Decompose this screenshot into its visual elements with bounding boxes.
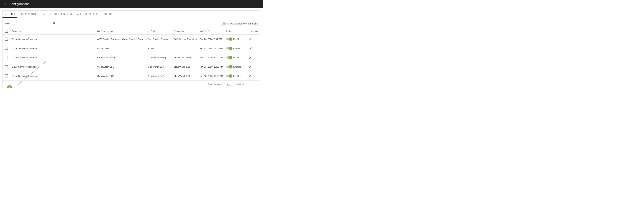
more-actions-button[interactable] [254, 46, 258, 50]
svg-point-13 [256, 76, 256, 76]
more-vert-icon [254, 74, 258, 78]
plus-icon [8, 86, 11, 88]
page-title: Configurations [10, 2, 29, 6]
edit-button[interactable] [249, 65, 252, 68]
svg-point-4 [256, 48, 256, 48]
more-actions-button[interactable] [254, 56, 258, 59]
column-mlpack[interactable]: MLPack [148, 30, 174, 32]
row-checkbox[interactable] [5, 56, 8, 59]
column-configuration-name-label: Configuration Name [97, 30, 115, 32]
more-actions-button[interactable] [254, 38, 258, 41]
search-icon[interactable] [52, 22, 56, 25]
status-toggle[interactable] [226, 47, 232, 50]
svg-point-11 [256, 68, 256, 68]
cell-mlpack: Aws Service Endpoints [148, 38, 174, 40]
cell-mlpack: Cloudwatch Ebs [148, 66, 174, 68]
edit-button[interactable] [249, 46, 252, 50]
cell-description: AWS Service Endpoints [174, 38, 200, 40]
edit-button[interactable] [249, 38, 252, 41]
edit-button[interactable] [249, 74, 252, 78]
status-label: Enabled [233, 66, 241, 68]
table-row: Cloud-Services-Connector CloudWatch Bill… [2, 53, 260, 62]
table-row: Cloud-Services-Connector Azure Collect A… [2, 44, 260, 53]
pencil-icon [249, 47, 252, 50]
status-label: Enabled [233, 75, 241, 77]
column-collectors[interactable]: Collectors [12, 30, 97, 32]
main-panel: METRICS LOGS/EVENTS APM ALERT DEFINITION… [2, 10, 260, 88]
cell-description: CloudWatch EBS [174, 66, 200, 68]
table-row: Cloud-Services-Connector AWS Service End… [2, 34, 260, 44]
column-configuration-name[interactable]: Configuration Name [97, 30, 148, 32]
svg-point-8 [256, 58, 256, 59]
cell-collectors: Cloud-Services-Connector [12, 47, 97, 50]
toolbar: Show disabled configurations [2, 18, 260, 28]
select-all-checkbox[interactable] [5, 30, 8, 33]
search-field [5, 21, 56, 26]
svg-point-14 [256, 76, 256, 77]
svg-point-9 [256, 66, 256, 66]
row-checkbox[interactable] [5, 65, 8, 68]
svg-point-3 [256, 47, 256, 48]
close-button[interactable] [2, 1, 8, 7]
more-vert-icon [254, 56, 258, 59]
status-toggle[interactable] [226, 38, 232, 40]
cell-modified: Jan 25, 2021, 10:21 AM [200, 47, 226, 50]
chevron-right-icon [254, 82, 258, 86]
row-checkbox[interactable] [5, 38, 8, 40]
status-toggle[interactable] [226, 56, 232, 59]
pagination: Rows per page: 5 1-5 of 24 [2, 80, 260, 88]
cell-collectors: Cloud-Services-Connector [12, 56, 97, 59]
column-modified[interactable]: Modified At [200, 30, 226, 32]
svg-point-6 [256, 56, 256, 57]
show-disabled-label: Show disabled configurations [227, 22, 258, 25]
cell-mlpack: Cloudwatch Ec2 [148, 75, 174, 77]
svg-point-10 [256, 66, 256, 67]
edit-button[interactable] [249, 56, 252, 59]
app-header: Configurations [0, 0, 263, 8]
table-row: Cloud-Services-Connector CloudWatch EBS … [2, 62, 260, 72]
svg-point-2 [256, 40, 256, 40]
column-description[interactable]: Description [174, 30, 200, 32]
svg-point-12 [256, 75, 256, 75]
status-toggle[interactable] [226, 75, 232, 77]
more-actions-button[interactable] [254, 74, 258, 78]
cell-collectors: Cloud-Services-Connector [12, 38, 97, 40]
tab-metrics[interactable]: METRICS [2, 10, 18, 18]
tab-apm[interactable]: APM [38, 10, 48, 18]
table-header: Collectors Configuration Name MLPack Des… [2, 28, 260, 34]
pencil-icon [249, 38, 252, 40]
status-label: Enabled [233, 47, 241, 50]
rows-per-page-label: Rows per page: [208, 83, 222, 86]
table-row: Cloud-Services-Connector CloudWatch EC2 … [2, 72, 260, 80]
dropdown-icon [230, 83, 231, 85]
svg-point-5 [256, 49, 256, 50]
svg-point-7 [256, 57, 256, 58]
tab-bar: METRICS LOGS/EVENTS APM ALERT DEFINITION… [2, 10, 260, 18]
cell-modified: Nov 13, 2020, 10:00 AM [200, 56, 226, 59]
more-actions-button[interactable] [254, 65, 258, 68]
cell-modified: Nov 13, 2020, 10:05 AM [200, 75, 226, 77]
prev-page-button[interactable] [248, 82, 252, 86]
chevron-left-icon [248, 82, 252, 86]
pencil-icon [249, 74, 252, 78]
status-label: Enabled [233, 56, 241, 59]
rows-per-page-value: 5 [227, 83, 228, 85]
pencil-icon [249, 56, 252, 59]
more-vert-icon [254, 47, 258, 50]
tab-alert-channels[interactable]: ALERT CHANNELS [75, 10, 100, 18]
row-checkbox[interactable] [5, 47, 8, 50]
configurations-table: Collectors Configuration Name MLPack Des… [2, 28, 260, 88]
tab-tagging[interactable]: TAGGING [100, 10, 115, 18]
cell-collectors: Cloud-Services-Connector [12, 66, 97, 68]
next-page-button[interactable] [254, 82, 258, 86]
cell-config-name: CloudWatch EBS [97, 66, 148, 68]
status-toggle[interactable] [226, 66, 232, 68]
pencil-icon [249, 65, 252, 68]
search-input[interactable] [5, 21, 56, 26]
tab-logs-events[interactable]: LOGS/EVENTS [18, 10, 38, 18]
column-status[interactable]: Status [226, 30, 246, 32]
row-checkbox[interactable] [5, 74, 8, 78]
rows-per-page-select[interactable]: 5 [227, 83, 231, 86]
show-disabled-toggle[interactable] [220, 22, 226, 25]
tab-alert-definitions[interactable]: ALERT DEFINITIONS [48, 10, 75, 18]
